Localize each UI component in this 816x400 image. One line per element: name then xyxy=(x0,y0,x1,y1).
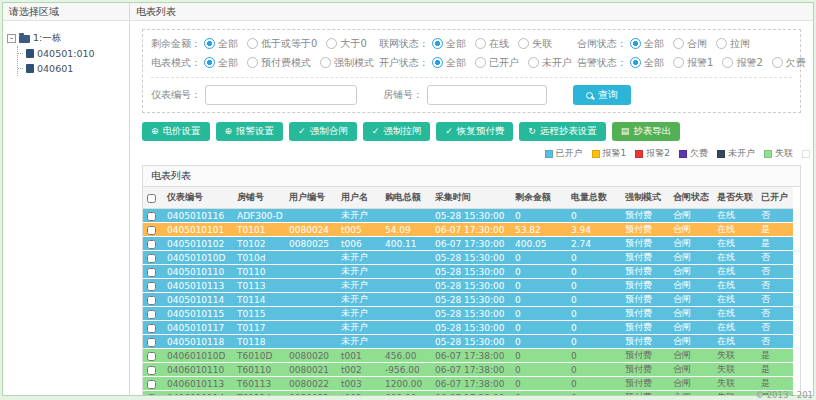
row-checkbox[interactable] xyxy=(147,226,156,235)
cell: 06-07 17:30:00 xyxy=(431,237,511,251)
table-row: 0406010113T601130080022t0031200.0006-07 … xyxy=(143,377,793,391)
radio-option[interactable]: 合闸 xyxy=(673,37,707,51)
cell: 失联 xyxy=(713,391,757,396)
export-reading-button[interactable]: ▤抄表导出 xyxy=(612,122,681,141)
legend-item: 报警1 xyxy=(592,147,627,160)
cell: 未开户 xyxy=(337,251,381,265)
room-no-label: 房铺号： xyxy=(383,88,423,102)
cell: t006 xyxy=(337,237,381,251)
tree-expander-icon[interactable]: - xyxy=(7,34,16,43)
radio-option[interactable]: 失联 xyxy=(518,37,552,51)
cell: 1200.00 xyxy=(381,377,431,391)
row-checkbox[interactable] xyxy=(147,282,156,291)
radio-icon xyxy=(716,38,727,49)
column-header: 剩余金额 xyxy=(511,187,567,209)
search-button[interactable]: 查询 xyxy=(573,85,631,105)
meter-table-panel: 电表列表 仪表编号房铺号用户编号用户名购电总额采集时间剩余金额电量总数强制模式合… xyxy=(142,165,801,395)
alarm-setting-button[interactable]: ⊕报警设置 xyxy=(216,122,284,141)
cell: 06-07 17:38:00 xyxy=(431,363,511,377)
cell: T0101 xyxy=(233,223,285,237)
row-checkbox[interactable] xyxy=(147,380,156,389)
table-scroll-area[interactable]: 仪表编号房铺号用户编号用户名购电总额采集时间剩余金额电量总数强制模式合闸状态是否… xyxy=(143,187,800,395)
radio-icon xyxy=(673,57,684,68)
cell: T60110 xyxy=(233,363,285,377)
restore-prepaid-button[interactable]: ✓恢复预付费 xyxy=(436,122,513,141)
legend-label: 未开户 xyxy=(728,147,755,160)
cell: 是 xyxy=(757,223,793,237)
force-close-button-label: 强制合闸 xyxy=(310,125,348,138)
radio-option[interactable]: 全部 xyxy=(204,37,238,51)
radio-option-label: 未开户 xyxy=(542,56,572,70)
cell xyxy=(381,335,431,349)
row-select-cell xyxy=(143,279,163,293)
force-close-button[interactable]: ✓强制合闸 xyxy=(289,122,357,141)
row-select-cell xyxy=(143,363,163,377)
price-setting-button-label: 电价设置 xyxy=(163,125,201,138)
radio-icon xyxy=(475,38,486,49)
radio-option[interactable]: 大于0 xyxy=(326,37,366,51)
cell: 0080021 xyxy=(285,391,337,396)
filter-group-label: 电表模式： xyxy=(151,56,201,70)
select-all-checkbox[interactable] xyxy=(147,194,156,203)
radio-option-label: 合闸 xyxy=(687,37,707,51)
radio-option[interactable]: 全部 xyxy=(432,56,466,70)
radio-option[interactable]: 已开户 xyxy=(475,56,519,70)
cell: 预付费 xyxy=(621,251,669,265)
row-checkbox[interactable] xyxy=(147,352,156,361)
radio-option-label: 全部 xyxy=(218,37,238,51)
radio-option[interactable]: 欠费 xyxy=(772,56,806,70)
radio-option[interactable]: 报警2 xyxy=(722,56,762,70)
radio-icon xyxy=(247,38,258,49)
cell: 否 xyxy=(757,279,793,293)
radio-option[interactable]: 强制模式 xyxy=(320,56,374,70)
cell: 未开户 xyxy=(337,307,381,321)
cell: 在线 xyxy=(713,265,757,279)
legend-color-swatch xyxy=(764,150,772,158)
row-checkbox[interactable] xyxy=(147,338,156,347)
cell: 未开户 xyxy=(337,279,381,293)
cell: 06-07 17:38:00 xyxy=(431,377,511,391)
row-checkbox[interactable] xyxy=(147,240,156,249)
radio-option[interactable]: 报警1 xyxy=(673,56,713,70)
radio-option[interactable]: 在线 xyxy=(475,37,509,51)
tree-node[interactable]: 040601 xyxy=(18,61,125,76)
row-checkbox[interactable] xyxy=(147,310,156,319)
tree-root-node[interactable]: - 1:一栋 xyxy=(7,30,125,46)
cell: 0 xyxy=(511,251,567,265)
column-header: 电量总数 xyxy=(567,187,621,209)
radio-option-label: 全部 xyxy=(644,56,664,70)
remote-reading-button[interactable]: ↻远程抄表设置 xyxy=(519,122,606,141)
radio-option[interactable]: 拉闸 xyxy=(716,37,750,51)
row-checkbox[interactable] xyxy=(147,268,156,277)
row-checkbox[interactable] xyxy=(147,324,156,333)
cell: 06-07 17:30:00 xyxy=(431,223,511,237)
cell: 未开户 xyxy=(337,293,381,307)
cell: t002 xyxy=(337,391,381,396)
radio-option[interactable]: 全部 xyxy=(630,56,664,70)
column-header: 用户名 xyxy=(337,187,381,209)
cell: T0102 xyxy=(233,237,285,251)
meter-no-input[interactable] xyxy=(205,85,357,105)
cell: t001 xyxy=(337,349,381,363)
force-open-button[interactable]: ✓强制拉闸 xyxy=(363,122,431,141)
row-checkbox[interactable] xyxy=(147,366,156,375)
tree-node[interactable]: 040501:010 xyxy=(18,46,125,61)
room-no-input[interactable] xyxy=(427,85,547,105)
cell: 05-28 15:30:00 xyxy=(431,265,511,279)
cell: 0 xyxy=(511,377,567,391)
radio-option[interactable]: 全部 xyxy=(432,37,466,51)
radio-option[interactable]: 全部 xyxy=(630,37,664,51)
cell: t003 xyxy=(337,377,381,391)
radio-option[interactable]: 未开户 xyxy=(528,56,572,70)
row-checkbox[interactable] xyxy=(147,296,156,305)
row-checkbox[interactable] xyxy=(147,212,156,221)
radio-option[interactable]: 低于或等于0 xyxy=(247,37,317,51)
radio-option[interactable]: 全部 xyxy=(204,56,238,70)
row-checkbox[interactable] xyxy=(147,394,156,396)
table-header-row: 仪表编号房铺号用户编号用户名购电总额采集时间剩余金额电量总数强制模式合闸状态是否… xyxy=(143,187,793,209)
cell: 预付费 xyxy=(621,363,669,377)
radio-option[interactable]: 预付费模式 xyxy=(247,56,311,70)
page-frame: 请选择区域 - 1:一栋 040501:010040601 电表列表 剩余金额：… xyxy=(2,2,814,396)
row-checkbox[interactable] xyxy=(147,254,156,263)
price-setting-button[interactable]: ⊕电价设置 xyxy=(142,122,210,141)
